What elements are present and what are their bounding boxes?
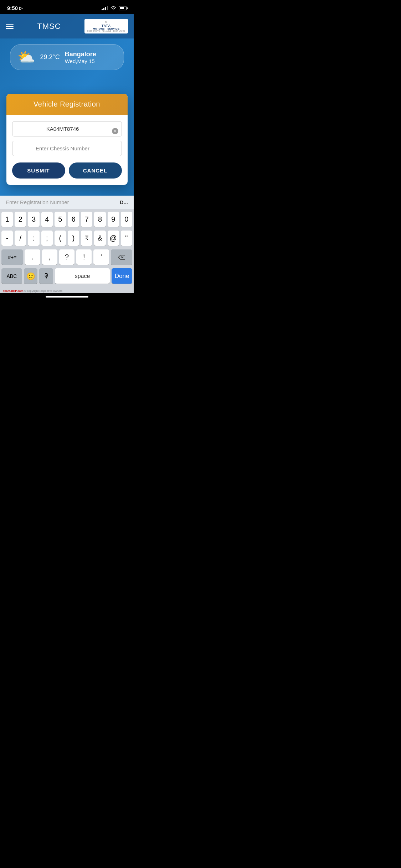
weather-icon: ⛅: [17, 49, 35, 66]
bottom-row: ABC 🙂 🎙 space Done: [1, 268, 132, 284]
clear-input-button[interactable]: ✕: [112, 128, 118, 134]
submit-button[interactable]: SUBMIT: [12, 162, 65, 179]
keyboard-hint-right: D...: [120, 199, 128, 205]
delete-key[interactable]: [111, 249, 132, 265]
key-quote[interactable]: ": [121, 231, 132, 246]
key-comma[interactable]: ,: [42, 249, 57, 265]
key-8[interactable]: 8: [94, 212, 106, 227]
chassis-input-wrapper: [12, 141, 122, 160]
menu-button[interactable]: [6, 24, 14, 29]
key-hash-toggle[interactable]: #+=: [1, 249, 23, 265]
key-done[interactable]: Done: [112, 268, 132, 284]
watermark: Team-BHP.com © copyright respective owne…: [0, 289, 134, 293]
dialog-body: ✕ SUBMIT CANCEL: [6, 115, 128, 185]
spacer: [0, 76, 134, 87]
time-display: 9:50: [7, 5, 18, 11]
signal-icon: [102, 6, 108, 10]
keyboard-area: Enter Registration Number D... 1 2 3 4 5…: [0, 196, 134, 293]
key-2[interactable]: 2: [15, 212, 26, 227]
key-colon[interactable]: :: [28, 231, 39, 246]
key-period[interactable]: .: [25, 249, 40, 265]
key-at[interactable]: @: [108, 231, 119, 246]
key-mic[interactable]: 🎙: [39, 268, 53, 284]
key-question[interactable]: ?: [59, 249, 74, 265]
key-5[interactable]: 5: [55, 212, 66, 227]
vehicle-registration-dialog: Vehicle Registration ✕ SUBMIT CANCEL: [6, 94, 128, 185]
status-bar: 9:50 ▷: [0, 0, 134, 14]
keyboard: 1 2 3 4 5 6 7 8 9 0 - / : ; ( ) ₹ & @ " …: [0, 209, 134, 289]
symbol-row: - / : ; ( ) ₹ & @ ": [1, 231, 132, 246]
wifi-icon: [110, 6, 117, 10]
key-1[interactable]: 1: [1, 212, 13, 227]
key-emoji[interactable]: 🙂: [24, 268, 38, 284]
key-space[interactable]: space: [55, 268, 110, 284]
app-title: TMSC: [37, 22, 61, 31]
keyboard-header: Enter Registration Number D...: [0, 196, 134, 209]
key-7[interactable]: 7: [81, 212, 92, 227]
tata-logo: ⚙ TATA MOTORS | SERVICE RESPONSIVE • REL…: [84, 19, 128, 33]
key-3[interactable]: 3: [28, 212, 39, 227]
temperature-display: 29.2°C: [40, 53, 60, 61]
home-indicator: [46, 296, 88, 298]
battery-icon: [119, 6, 127, 10]
registration-input[interactable]: [12, 121, 122, 136]
date-display: Wed,May 15: [65, 58, 96, 64]
city-name: Bangalore: [65, 51, 96, 58]
keyboard-hint: Enter Registration Number: [6, 199, 69, 205]
key-4[interactable]: 4: [41, 212, 53, 227]
location-icon: ▷: [19, 6, 22, 11]
chassis-input[interactable]: [12, 141, 122, 156]
key-close-paren[interactable]: ): [68, 231, 79, 246]
dialog-buttons: SUBMIT CANCEL: [12, 162, 122, 179]
key-apostrophe[interactable]: ': [93, 249, 109, 265]
key-rupee[interactable]: ₹: [81, 231, 92, 246]
app-area: TMSC ⚙ TATA MOTORS | SERVICE RESPONSIVE …: [0, 14, 134, 196]
key-abc[interactable]: ABC: [1, 268, 22, 284]
cancel-button[interactable]: CANCEL: [69, 162, 122, 179]
key-9[interactable]: 9: [108, 212, 119, 227]
key-semicolon[interactable]: ;: [41, 231, 53, 246]
bottom-bar: [0, 293, 134, 308]
top-bar: TMSC ⚙ TATA MOTORS | SERVICE RESPONSIVE …: [0, 14, 134, 38]
number-row: 1 2 3 4 5 6 7 8 9 0: [1, 212, 132, 227]
key-0[interactable]: 0: [121, 212, 132, 227]
dialog-header: Vehicle Registration: [6, 94, 128, 115]
weather-card: ⛅ 29.2°C Bangalore Wed,May 15: [10, 44, 124, 70]
registration-input-wrapper: ✕: [12, 121, 122, 141]
key-open-paren[interactable]: (: [55, 231, 66, 246]
special-row: #+= . , ? ! ': [1, 249, 132, 265]
key-slash[interactable]: /: [15, 231, 26, 246]
key-exclamation[interactable]: !: [76, 249, 92, 265]
key-6[interactable]: 6: [68, 212, 79, 227]
dialog-container: Vehicle Registration ✕ SUBMIT CANCEL: [0, 87, 134, 196]
key-minus[interactable]: -: [1, 231, 13, 246]
key-ampersand[interactable]: &: [94, 231, 106, 246]
dialog-title: Vehicle Registration: [34, 100, 100, 108]
